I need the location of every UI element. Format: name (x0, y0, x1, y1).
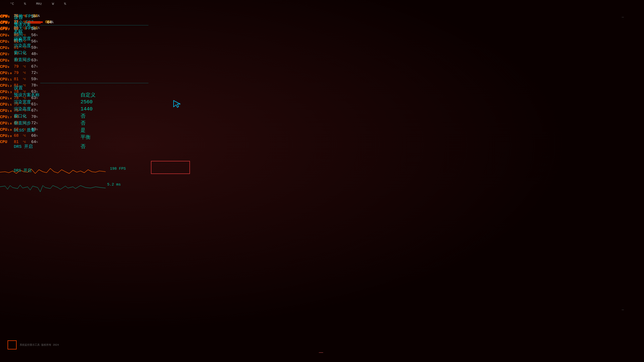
settings-vsync-label: 垂直同步 (14, 57, 39, 63)
ram-row (0, 146, 2, 153)
settings-values-2: 自定义 2560 1440 否 否 是 平衡 (80, 84, 131, 141)
drs-row-label: DRS 开启 (14, 144, 44, 149)
cpurow-10: CPU₁₀ 79°C 72% (0, 70, 65, 76)
stat-max-row (80, 42, 131, 49)
frametime-graph-container: 5.2 ms (0, 180, 106, 193)
stat-spacer-1 (80, 14, 131, 21)
cursor-arrow-svg (172, 99, 182, 108)
stats-values (80, 14, 131, 63)
gpu-load-unit: % (24, 2, 26, 6)
frametime-graph-svg (0, 180, 106, 193)
fps-graph-label: 198 FPS (110, 167, 126, 171)
stat-min-row (80, 35, 131, 42)
ok-button[interactable] (151, 161, 190, 174)
setting-height-val: 1440 (80, 105, 131, 112)
stat-spacer-2 (80, 21, 131, 28)
setting-vsync-val: 否 (80, 119, 131, 126)
frametime-graph-label: 5.2 ms (107, 183, 121, 187)
logo-box (8, 340, 17, 349)
setting-name-val: 自定义 (80, 91, 131, 98)
drs-label: DRS 开启 (14, 168, 31, 173)
settings-width-label: 渲染宽度 (14, 36, 39, 41)
drs-row-value: 否 (80, 143, 86, 150)
settings-window-label: 窗口化 (14, 50, 39, 56)
stat-avg-row (80, 28, 131, 35)
top-right-mark: — (622, 15, 624, 19)
separator-line-2 (40, 83, 148, 83)
gpu-row: °C % MHz W % (0, 0, 151, 8)
settings-name-label: 名称 (14, 29, 39, 34)
settings-preset-label: 预设方案 (14, 22, 39, 27)
cpurow-11: CPU₁₁ 81°C 59% (0, 76, 65, 82)
gpu-clock-unit: MHz (36, 2, 42, 6)
svg-marker-2 (174, 101, 180, 107)
bottom-center-label: —— (319, 350, 325, 354)
setting-dlss-val: 平衡 (80, 133, 131, 141)
stat-frames-row (80, 56, 131, 63)
gpu-power-unit: W (52, 2, 54, 6)
bottom-logo: 系统监控显示工具 版权所有 2024 (8, 340, 59, 349)
setting-hdr-val: 是 (80, 126, 131, 133)
settings-height-label: 渲染高度 (14, 43, 39, 49)
cursor-arrow (172, 99, 182, 109)
cpurow-9: CPU₉ 79°C 67% (0, 63, 65, 70)
gpu-vram-unit: % (64, 2, 66, 6)
stat-time-row (80, 49, 131, 56)
d3d-row (0, 152, 6, 160)
logo-subtext: 系统监控显示工具 版权所有 2024 (20, 343, 59, 347)
gpu-temp-unit: °C (10, 2, 14, 6)
drs-row: DRS 开启 否 (14, 143, 86, 150)
setting-width-val: 2560 (80, 98, 131, 105)
right-corner-mark: — (622, 308, 624, 312)
setting-window-val: 否 (80, 112, 131, 119)
